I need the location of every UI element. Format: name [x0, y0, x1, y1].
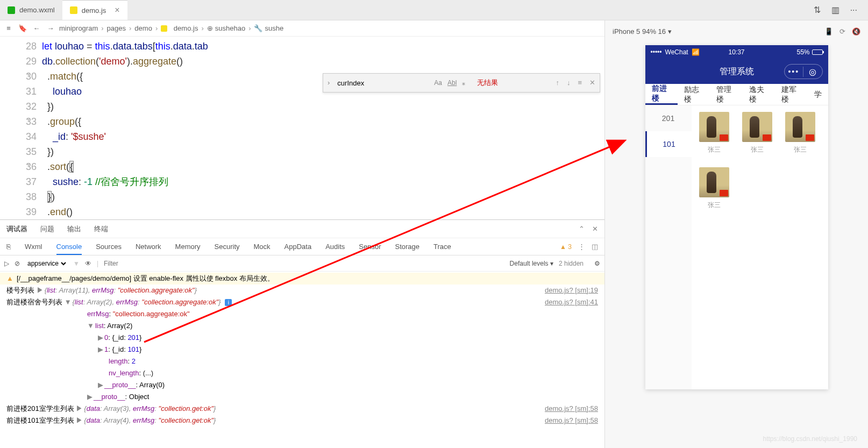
device-selector[interactable]: iPhone 5 94% 16 ▾ — [613, 27, 818, 35]
tabs-right-actions: ⇅ ▥ ··· — [814, 0, 868, 20]
back-icon[interactable]: ← — [31, 23, 42, 34]
room-item[interactable]: 101 — [645, 131, 692, 157]
tab-output[interactable]: 输出 — [67, 224, 81, 234]
regex-icon[interactable]: ⁎ — [462, 75, 465, 90]
student-card[interactable]: 张三 — [698, 167, 730, 210]
breadcrumb-item[interactable]: miniprogram — [59, 24, 98, 32]
capsule-button[interactable] — [784, 64, 823, 79]
inspect-icon[interactable]: ⎘ — [6, 243, 11, 251]
tab-sources[interactable]: Sources — [96, 243, 122, 251]
tab-memory[interactable]: Memory — [175, 243, 201, 251]
forward-icon[interactable]: → — [45, 23, 56, 34]
find-bar: › Aa Abl ⁎ 无结果 ↑ ↓ ≡ ✕ — [323, 73, 600, 93]
filter-input[interactable] — [104, 260, 504, 267]
tab-mock[interactable]: Mock — [254, 243, 271, 251]
time-label: 10:37 — [728, 48, 744, 56]
simulator-panel: iPhone 5 94% 16 ▾ 📱 ⟳ 🔇 ••••• WeChat 📶 1… — [604, 20, 868, 448]
match-case-icon[interactable]: Aa — [434, 75, 442, 90]
building-tabs: 前进楼 励志楼 管理楼 逸夫楼 建军楼 学 — [645, 84, 828, 105]
tab-building[interactable]: 学 — [808, 84, 828, 105]
tab-storage[interactable]: Storage — [395, 243, 420, 251]
phone-simulator: ••••• WeChat 📶 10:37 55% 管理系统 前进楼 励志楼 — [645, 45, 828, 389]
tab-demo-js[interactable]: demo.js × — [62, 0, 127, 20]
breadcrumb-item[interactable]: ⊕ sushehao — [207, 24, 245, 32]
wxml-file-icon — [8, 6, 15, 14]
levels-select[interactable]: Default levels ▾ — [510, 260, 553, 267]
prev-match-icon[interactable]: ↑ — [556, 75, 559, 90]
tab-appdata[interactable]: AppData — [284, 243, 312, 251]
split-icon[interactable]: ▥ — [831, 5, 839, 15]
tab-problems[interactable]: 问题 — [40, 224, 54, 234]
devtools-tabs: ⎘ Wxml Console Sources Network Memory Se… — [0, 238, 604, 255]
more-icon[interactable]: ⋮ — [578, 243, 585, 251]
close-icon[interactable]: ✕ — [592, 225, 598, 233]
tab-debugger[interactable]: 调试器 — [6, 224, 27, 234]
clear-icon[interactable]: ⊘ — [15, 260, 20, 267]
eye-icon[interactable]: 👁 — [85, 260, 91, 267]
tab-security[interactable]: Security — [215, 243, 240, 251]
tab-terminal[interactable]: 终端 — [94, 224, 108, 234]
more-icon[interactable]: ··· — [850, 5, 857, 15]
js-file-icon — [70, 6, 77, 14]
breadcrumb-item[interactable]: 🔧 sushe — [254, 24, 283, 32]
source-link[interactable]: demo.js? [sm]:58 — [545, 415, 598, 426]
line-gutter: 2829 30˅ 3132 33˅ 3435 36˅ 373839 — [0, 37, 42, 219]
page-title: 管理系统 — [720, 66, 754, 77]
tab-wxml[interactable]: Wxml — [25, 243, 42, 251]
warning-badge[interactable]: ▲ 3 — [560, 243, 572, 251]
debug-panel: 调试器 问题 输出 终端 ⌃ ✕ ⎘ Wxml Console Sources … — [0, 219, 604, 448]
console-body[interactable]: ▲[/__pageframe__/pages/demo/demo] 设置 ena… — [0, 272, 604, 448]
signal-icon: ••••• — [651, 48, 662, 56]
code-editor[interactable]: 2829 30˅ 3132 33˅ 3435 36˅ 373839 let lo… — [0, 37, 604, 219]
tab-console[interactable]: Console — [56, 243, 82, 255]
tab-building[interactable]: 管理楼 — [710, 84, 742, 105]
gear-icon[interactable]: ⚙ — [594, 260, 600, 267]
menu-icon[interactable]: ≡ — [3, 23, 14, 34]
close-icon[interactable]: ✕ — [589, 75, 595, 90]
tab-audits[interactable]: Audits — [325, 243, 345, 251]
student-card[interactable]: 张三 — [784, 112, 816, 154]
source-link[interactable]: demo.js? [sm]:19 — [545, 285, 598, 296]
student-card[interactable]: 张三 — [698, 112, 730, 154]
scope-select[interactable]: appservice — [25, 259, 68, 268]
breadcrumb-item[interactable]: demo.js — [161, 24, 198, 32]
avatar — [699, 112, 729, 142]
find-in-selection-icon[interactable]: ≡ — [578, 75, 582, 90]
tab-building[interactable]: 逸夫楼 — [743, 84, 775, 105]
nav-bar: 管理系统 — [645, 59, 828, 84]
student-card[interactable]: 张三 — [741, 112, 773, 154]
source-link[interactable]: demo.js? [sm]:41 — [545, 296, 598, 308]
room-item[interactable]: 201 — [645, 105, 692, 131]
bookmark-icon[interactable]: 🔖 — [17, 23, 28, 34]
tab-demo-wxml[interactable]: demo.wxml — [0, 0, 62, 20]
breadcrumb-item[interactable]: demo — [134, 24, 152, 32]
rotate-icon[interactable]: ⟳ — [839, 27, 845, 35]
tab-building[interactable]: 前进楼 — [645, 84, 678, 105]
avatar — [785, 112, 815, 142]
chevron-up-icon[interactable]: ⌃ — [579, 225, 585, 233]
simulator-header: iPhone 5 94% 16 ▾ 📱 ⟳ 🔇 — [605, 20, 868, 42]
find-result-text: 无结果 — [477, 75, 498, 90]
mute-icon[interactable]: 🔇 — [852, 27, 860, 35]
tab-building[interactable]: 励志楼 — [678, 84, 710, 105]
compare-icon[interactable]: ⇅ — [814, 5, 821, 15]
breadcrumb-item[interactable]: pages — [107, 24, 126, 32]
tab-building[interactable]: 建军楼 — [775, 84, 807, 105]
play-icon[interactable]: ▷ — [4, 260, 9, 267]
console-warn-line: [/__pageframe__/pages/demo/demo] 设置 enab… — [17, 273, 598, 285]
tab-network[interactable]: Network — [136, 243, 161, 251]
avatar — [742, 112, 772, 142]
close-icon[interactable]: × — [115, 5, 119, 15]
next-match-icon[interactable]: ↓ — [567, 75, 571, 90]
device-icon[interactable]: 📱 — [824, 27, 833, 35]
info-icon[interactable]: i — [225, 299, 232, 306]
source-link[interactable]: demo.js? [sm]:58 — [545, 403, 598, 415]
dock-icon[interactable]: ◫ — [592, 243, 598, 251]
wifi-icon: 📶 — [692, 48, 700, 56]
expand-icon[interactable]: › — [328, 75, 330, 90]
whole-word-icon[interactable]: Abl — [447, 75, 457, 90]
tab-sensor[interactable]: Sensor — [359, 243, 381, 251]
tab-trace[interactable]: Trace — [433, 243, 451, 251]
tab-label: demo.wxml — [19, 6, 55, 14]
find-input[interactable] — [337, 79, 429, 87]
